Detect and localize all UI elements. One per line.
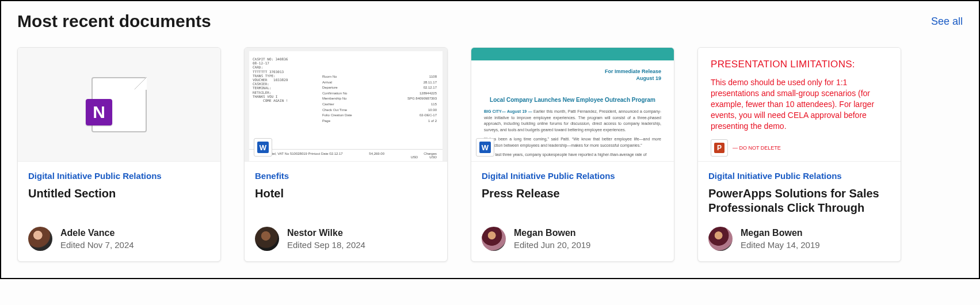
author-row: Adele Vance Edited Nov 7, 2024	[28, 227, 210, 251]
see-all-link[interactable]: See all	[931, 16, 963, 28]
author-name: Megan Bowen	[514, 227, 590, 239]
press-header-bar	[471, 48, 674, 60]
author-row: Nestor Wilke Edited Sep 18, 2024	[255, 227, 437, 251]
author-name: Megan Bowen	[741, 227, 820, 239]
receipt-footer-right: Charges USD USD	[411, 152, 437, 159]
section-title: Most recent documents	[17, 12, 211, 31]
press-lead: BIG CITY— August 19 —	[484, 109, 532, 113]
ppt-warning-title: PRESENTATION LIMITATIONS:	[711, 58, 888, 71]
receipt-row: Folio Creation Date02-DEC-17	[322, 113, 437, 119]
document-cards: N Digital Initiative Public Relations Un…	[17, 47, 963, 262]
receipt-footer-mid: 54,269.00	[369, 152, 384, 159]
press-release-tag: For Immediate Release August 19	[484, 68, 661, 82]
press-para2: “It has been a long time coming,” said P…	[484, 136, 661, 148]
document-info: Digital Initiative Public Relations Unti…	[18, 162, 220, 261]
document-title: PowerApps Solutions for Sales Profession…	[708, 186, 890, 216]
avatar	[255, 227, 279, 251]
author-row: Megan Bowen Edited Jun 20, 2019	[482, 227, 663, 251]
document-info: Digital Initiative Public Relations Powe…	[698, 162, 901, 261]
recent-documents-section: Most recent documents See all N Digital …	[0, 0, 980, 279]
document-thumbnail: PRESENTATION LIMITATIONS: This demo shou…	[698, 48, 901, 162]
document-thumbnail: CASPIT NO: 340836 08-12-17 CARD: TTTTTTT…	[245, 48, 447, 162]
ppt-warning-body: This demo should be used only for 1:1 pr…	[711, 77, 888, 131]
author-row: Megan Bowen Edited May 14, 2019	[708, 227, 890, 251]
powerpoint-icon: P	[711, 139, 728, 157]
document-title: Hotel	[255, 186, 437, 216]
document-thumbnail: N	[18, 48, 220, 162]
author-meta: Megan Bowen Edited Jun 20, 2019	[514, 227, 590, 251]
word-icon: W	[254, 138, 272, 157]
edited-date: Edited Jun 20, 2019	[514, 239, 590, 251]
ppt-chip-text: — DO NOT DELETE	[733, 144, 781, 151]
press-body: For Immediate Release August 19 Local Co…	[471, 60, 674, 158]
document-info: Digital Initiative Public Relations Pres…	[471, 162, 674, 261]
document-title: Press Release	[482, 186, 663, 216]
press-headline: Local Company Launches New Employee Outr…	[484, 97, 661, 103]
section-header: Most recent documents See all	[17, 12, 963, 31]
document-card[interactable]: For Immediate Release August 19 Local Co…	[471, 47, 674, 262]
author-meta: Adele Vance Edited Nov 7, 2024	[60, 227, 134, 251]
edited-date: Edited Sep 18, 2024	[287, 239, 365, 251]
author-name: Adele Vance	[60, 227, 134, 239]
author-name: Nestor Wilke	[287, 227, 365, 239]
document-title: Untitled Section	[28, 186, 210, 216]
edited-date: Edited Nov 7, 2024	[60, 239, 134, 251]
document-info: Benefits Hotel Nestor Wilke Edited Sep 1…	[245, 162, 447, 261]
edited-date: Edited May 14, 2019	[741, 239, 820, 251]
receipt-row: Cashier115	[322, 102, 437, 108]
document-thumbnail: For Immediate Release August 19 Local Co…	[471, 48, 674, 162]
avatar	[708, 227, 733, 251]
receipt-row: Room No1108	[322, 74, 437, 80]
onenote-page-icon: N	[91, 77, 147, 132]
document-category[interactable]: Benefits	[255, 171, 437, 181]
receipt-row: Departure02.12.17	[322, 85, 437, 91]
receipt-row: Confirmation No128944225	[322, 91, 437, 97]
document-card[interactable]: CASPIT NO: 340836 08-12-17 CARD: TTTTTTT…	[244, 47, 448, 262]
press-para: BIG CITY— August 19 — Earlier this month…	[484, 109, 661, 133]
press-tag-line1: For Immediate Release	[484, 68, 661, 75]
receipt-preview: CASPIT NO: 340836 08-12-17 CARD: TTTTTTT…	[249, 51, 443, 161]
document-card[interactable]: PRESENTATION LIMITATIONS: This demo shou…	[697, 47, 901, 262]
avatar	[28, 227, 52, 251]
document-card[interactable]: N Digital Initiative Public Relations Un…	[17, 47, 221, 262]
author-meta: Nestor Wilke Edited Sep 18, 2024	[287, 227, 365, 251]
document-category[interactable]: Digital Initiative Public Relations	[482, 171, 663, 181]
receipt-footer: Tel Aviv Hotel, VAT No 510028019 Printou…	[249, 149, 443, 161]
word-icon: W	[476, 138, 494, 157]
ppt-chip-row: P — DO NOT DELETE	[711, 139, 888, 157]
document-category[interactable]: Digital Initiative Public Relations	[28, 171, 210, 181]
document-category[interactable]: Digital Initiative Public Relations	[708, 171, 890, 181]
receipt-row: Arrival28.11.17	[322, 80, 437, 86]
receipt-row: Check Out Time10:30	[322, 108, 437, 113]
author-meta: Megan Bowen Edited May 14, 2019	[741, 227, 820, 251]
press-para3: In the last three years, company spokesp…	[484, 152, 661, 158]
receipt-row: Membership NoSPG 84090987393	[322, 96, 437, 102]
onenote-icon: N	[86, 99, 112, 125]
receipt-row: Page1 of 2	[322, 119, 437, 124]
avatar	[482, 227, 506, 251]
press-tag-line2: August 19	[484, 75, 661, 82]
receipt-right-rows: Room No1108Arrival28.11.17Departure02.12…	[319, 51, 443, 161]
